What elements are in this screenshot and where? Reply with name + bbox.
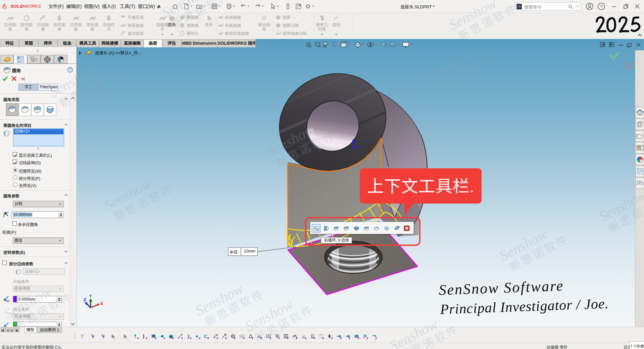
svg-text:SenSnow Software: SenSnow Software [439,279,564,298]
svg-text:Z: Z [84,297,86,302]
svg-text:?: ? [69,68,71,72]
svg-text:?: ? [600,4,603,9]
svg-text:A: A [285,335,287,338]
svg-text:N: N [276,335,278,338]
svg-text:X: X [100,301,103,306]
svg-text:Y: Y [89,294,92,299]
svg-text:Principal Investigator / Joe.: Principal Investigator / Joe. [440,296,609,317]
svg-text:D1: D1 [6,299,10,303]
